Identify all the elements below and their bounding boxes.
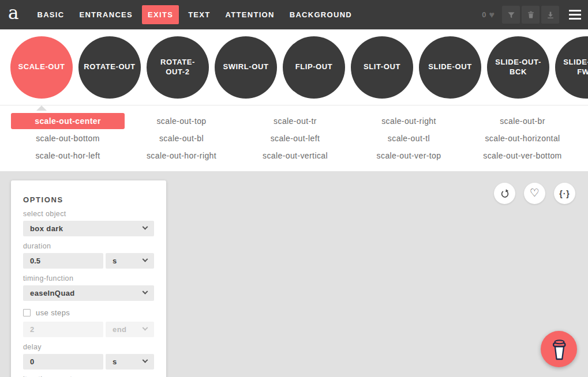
variants-section: scale-out-center scale-out-top scale-out… <box>0 105 588 171</box>
nav-item-background[interactable]: BACKGROUND <box>284 5 358 24</box>
category-scale-out[interactable]: SCALE-OUT <box>10 36 73 99</box>
trash-icon <box>526 10 535 20</box>
variant-scale-out-right[interactable]: scale-out-right <box>381 116 436 126</box>
nav-item-basic[interactable]: BASIC <box>31 5 70 24</box>
delay-unit-dropdown[interactable]: s <box>106 354 154 370</box>
category-rotate-out[interactable]: ROTATE-OUT <box>78 36 141 99</box>
use-steps-checkbox[interactable] <box>23 309 31 316</box>
variant-scale-out-horizontal[interactable]: scale-out-horizontal <box>485 134 560 143</box>
buy-coffee-button[interactable] <box>541 331 577 367</box>
variant-scale-out-bl[interactable]: scale-out-bl <box>159 134 204 143</box>
trash-button[interactable] <box>522 6 540 24</box>
duration-unit-value: s <box>113 257 117 265</box>
variant-scale-out-tr[interactable]: scale-out-tr <box>274 116 317 126</box>
select-object-value: box dark <box>30 224 63 233</box>
variant-scale-out-ver-bottom[interactable]: scale-out-ver-bottom <box>483 151 561 160</box>
chevron-down-icon <box>143 289 148 295</box>
delay-unit-value: s <box>113 357 117 366</box>
select-object-label: select object <box>23 210 154 218</box>
app-logo[interactable]: a <box>8 4 18 22</box>
chevron-down-icon <box>143 257 148 262</box>
heart-icon: ♥ <box>489 10 495 20</box>
variant-scale-out-bottom[interactable]: scale-out-bottom <box>36 134 100 143</box>
category-rotate-out-2[interactable]: ROTATE-OUT-2 <box>147 36 209 99</box>
duration-unit-dropdown[interactable]: s <box>106 253 154 269</box>
nav-item-text[interactable]: TEXT <box>182 5 216 24</box>
chevron-down-icon <box>143 325 148 331</box>
select-object-dropdown[interactable]: box dark <box>23 221 154 236</box>
variant-scale-out-vertical[interactable]: scale-out-vertical <box>263 151 328 160</box>
timing-function-dropdown[interactable]: easeInQuad <box>23 285 154 301</box>
favorites-counter: 0 ♥ <box>482 10 495 20</box>
steps-position-dropdown: end <box>106 322 154 337</box>
use-steps-row[interactable]: use steps <box>23 308 154 317</box>
category-flip-out[interactable]: FLIP-OUT <box>283 36 345 99</box>
favorite-button[interactable]: ♡ <box>524 183 545 204</box>
chevron-down-icon <box>143 357 148 363</box>
use-steps-label: use steps <box>36 308 70 317</box>
variant-scale-out-top[interactable]: scale-out-top <box>156 116 206 126</box>
top-navbar: a BASIC ENTRANCES EXITS TEXT ATTENTION B… <box>0 0 588 29</box>
variant-scale-out-br[interactable]: scale-out-br <box>500 116 545 126</box>
nav-item-entrances[interactable]: ENTRANCES <box>73 5 138 24</box>
timing-function-label: timing-function <box>23 274 154 282</box>
timing-function-value: easeInQuad <box>30 289 75 297</box>
replay-icon <box>499 188 511 199</box>
variant-scale-out-tl[interactable]: scale-out-tl <box>388 134 430 143</box>
variant-scale-out-hor-right[interactable]: scale-out-hor-right <box>147 151 216 160</box>
variant-scale-out-hor-left[interactable]: scale-out-hor-left <box>35 151 100 160</box>
nav-item-exits[interactable]: EXITS <box>142 5 179 24</box>
category-slide-out-fwd[interactable]: SLIDE-OUT-FWD <box>555 36 588 99</box>
chevron-down-icon <box>143 224 148 230</box>
category-slide-out[interactable]: SLIDE-OUT <box>419 36 481 99</box>
category-strip: SCALE-OUT ROTATE-OUT ROTATE-OUT-2 SWIRL-… <box>0 29 588 105</box>
filter-icon <box>507 10 516 20</box>
code-icon: {·} <box>559 189 570 198</box>
coffee-cup-icon <box>549 337 569 361</box>
category-swirl-out[interactable]: SWIRL-OUT <box>215 36 277 99</box>
preview-area: OPTIONS select object box dark duration … <box>0 171 588 377</box>
options-title: OPTIONS <box>23 195 154 204</box>
preview-actions: ♡ {·} <box>494 183 575 204</box>
duration-input[interactable] <box>23 253 103 269</box>
variant-scale-out-center[interactable]: scale-out-center <box>11 113 125 129</box>
options-panel: OPTIONS select object box dark duration … <box>11 180 166 377</box>
replay-button[interactable] <box>494 183 515 204</box>
variant-scale-out-left[interactable]: scale-out-left <box>271 134 320 143</box>
delay-input[interactable] <box>23 354 103 370</box>
delay-label: delay <box>23 343 154 351</box>
favorites-count: 0 <box>482 10 486 19</box>
main-menu: BASIC ENTRANCES EXITS TEXT ATTENTION BAC… <box>31 5 358 24</box>
category-slide-out-bck[interactable]: SLIDE-OUT-BCK <box>487 36 549 99</box>
steps-position-value: end <box>113 325 126 334</box>
selected-category-pointer <box>36 105 47 111</box>
duration-label: duration <box>23 242 154 250</box>
heart-outline-icon: ♡ <box>530 187 540 198</box>
variant-scale-out-ver-top[interactable]: scale-out-ver-top <box>377 151 441 160</box>
download-button[interactable] <box>541 6 559 24</box>
variants-grid: scale-out-center scale-out-top scale-out… <box>11 112 579 164</box>
menu-icon[interactable] <box>568 5 582 24</box>
navbar-toolbar: 0 ♥ <box>482 5 588 24</box>
steps-input <box>23 322 103 337</box>
category-slit-out[interactable]: SLIT-OUT <box>351 36 413 99</box>
filter-button[interactable] <box>502 6 520 24</box>
code-button[interactable]: {·} <box>554 183 575 204</box>
download-icon <box>546 10 555 20</box>
nav-item-attention[interactable]: ATTENTION <box>220 5 280 24</box>
